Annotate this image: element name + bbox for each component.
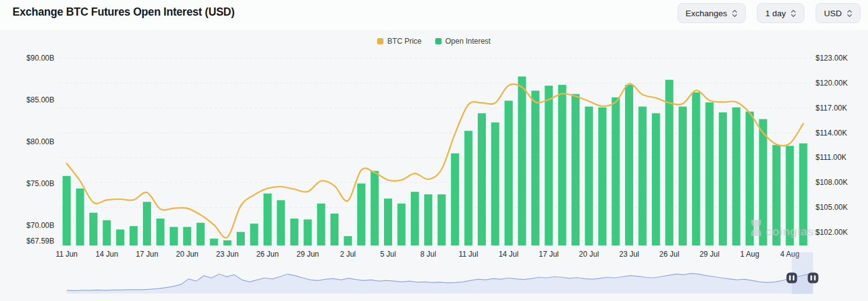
open-interest-bar [732,107,741,245]
left-axis-tick-label: $67.59B [26,237,54,245]
open-interest-bar [665,80,673,245]
open-interest-bar [505,101,513,245]
open-interest-bar [679,107,687,245]
right-axis-tick-label: $117.00K [816,104,847,112]
open-interest-bar [465,131,473,245]
open-interest-bar [143,202,151,245]
open-interest-bar [344,236,352,245]
open-interest-bar [478,113,486,245]
open-interest-bar [156,219,164,245]
x-axis-tick-label: 17 Jun [136,250,158,259]
open-interest-bar [210,239,218,245]
oi-chart-canvas[interactable]: coinglass$90.00B$85.00B$80.00B$75.00B$70… [0,0,868,301]
open-interest-bar [62,176,71,245]
x-axis-tick-label: 8 Jul [420,250,436,259]
open-interest-bar [558,85,566,245]
open-interest-bar [116,229,124,245]
open-interest-bar [451,154,459,245]
x-axis-tick-label: 29 Jul [699,250,719,259]
open-interest-bar [411,192,419,245]
open-interest-bar [183,227,191,245]
open-interest-bar [518,76,526,245]
open-interest-bar [384,199,392,245]
x-axis-tick-label: 2 Jul [340,250,355,259]
open-interest-bar [638,107,646,245]
x-axis-tick-label: 29 Jun [297,250,319,259]
left-axis-tick-label: $80.00B [26,137,54,146]
right-axis-tick-label: $105.00K [816,203,847,212]
open-interest-bar [250,224,258,245]
x-axis-tick-label: 14 Jul [498,250,518,259]
open-interest-bar [330,214,338,245]
open-interest-bar [237,232,245,245]
open-interest-bar [277,200,285,245]
left-axis-tick-label: $70.00B [26,221,54,230]
open-interest-bar [197,223,205,245]
open-interest-bar [103,220,111,245]
right-axis-tick-label: $108.00K [816,178,847,187]
watermark-text: coinglass [766,225,821,238]
open-interest-bar [303,219,312,245]
right-axis-tick-label: $123.00K [816,54,847,62]
open-interest-bar [612,97,620,245]
x-axis-tick-label: 17 Jul [539,250,559,259]
navigator-left-handle[interactable] [786,273,797,284]
right-axis-tick-label: $111.00K [816,153,847,162]
open-interest-bar [719,112,727,245]
open-interest-bar [625,85,633,245]
right-axis-tick-label: $114.00K [816,129,847,137]
open-interest-bar [598,107,606,245]
open-interest-bar [76,189,84,245]
x-axis-tick-label: 1 Aug [740,250,759,259]
x-axis-tick-label: 26 Jun [256,250,279,259]
open-interest-bar [424,194,432,245]
x-axis-tick-label: 23 Jul [619,250,639,259]
open-interest-bar [224,240,232,245]
open-interest-bar [571,94,579,245]
x-axis-tick-label: 26 Jul [659,250,679,259]
open-interest-bar [531,91,540,245]
right-axis-tick-label: $102.00K [816,228,847,237]
open-interest-bar [89,213,97,245]
open-interest-bar [491,122,500,245]
navigator-right-handle[interactable] [808,273,819,284]
right-axis-tick-label: $120.00K [816,79,847,87]
open-interest-bar [264,194,272,245]
left-axis-tick-label: $75.00B [26,179,54,188]
left-axis-tick-label: $90.00B [26,54,54,62]
navigator-area[interactable] [67,274,813,294]
pause-icon [789,275,791,280]
open-interest-bar [545,86,553,245]
open-interest-bar [370,171,378,245]
pause-icon [793,275,795,280]
open-interest-bar [692,92,700,245]
open-interest-bar [397,204,405,245]
x-axis-tick-label: 14 Jun [96,250,118,259]
x-axis-tick-label: 23 Jun [216,250,239,259]
open-interest-bar [170,227,178,245]
open-interest-bar [129,226,137,245]
open-interest-bar [706,102,714,245]
x-axis-tick-label: 5 Jul [380,250,396,259]
open-interest-bar [357,184,365,245]
pause-icon [814,275,816,280]
x-axis-tick-label: 20 Jul [579,250,599,259]
open-interest-bar [585,107,593,245]
left-axis-tick-label: $85.00B [26,96,54,104]
pause-icon [811,275,812,280]
open-interest-bar [438,194,446,245]
x-axis-tick-label: 11 Jun [56,250,77,259]
open-interest-bar [317,204,325,245]
x-axis-tick-label: 11 Jul [459,250,478,259]
open-interest-bar [290,219,298,245]
x-axis-tick-label: 20 Jun [176,250,199,259]
open-interest-bar [652,113,660,245]
